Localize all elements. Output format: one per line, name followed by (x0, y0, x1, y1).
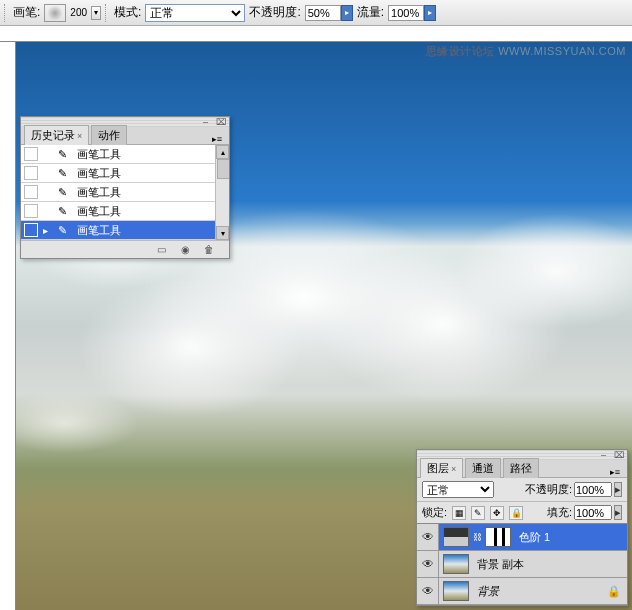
history-item[interactable]: ▸ ✎ 画笔工具 (21, 221, 229, 240)
scroll-up-icon[interactable]: ▴ (216, 145, 229, 159)
history-panel: – ⌧ 历史记录× 动作 ▸≡ ✎ 画笔工具 ✎ 画笔工具 (20, 116, 230, 259)
brush-icon: ✎ (58, 148, 72, 161)
layer-row[interactable]: 👁 ⛓ 色阶 1 (417, 524, 627, 551)
panel-menu-icon[interactable]: ▸≡ (606, 467, 624, 477)
brush-picker-dropdown[interactable]: ▾ (91, 6, 101, 20)
history-snapshot-box[interactable] (24, 147, 38, 161)
history-item[interactable]: ✎ 画笔工具 (21, 202, 229, 221)
layer-name[interactable]: 背景 (473, 584, 499, 599)
opacity-stepper[interactable]: ▸ (614, 482, 622, 497)
link-icon[interactable]: ⛓ (472, 532, 482, 542)
new-document-icon[interactable]: ▭ (153, 243, 169, 257)
ruler-horizontal (0, 26, 632, 42)
layer-lock-row: 锁定: ▦ ✎ ✥ 🔒 填充: ▸ (417, 502, 627, 524)
history-footer: ▭ ◉ 🗑 (21, 240, 229, 258)
history-snapshot-box[interactable] (24, 204, 38, 218)
tab-history[interactable]: 历史记录× (24, 125, 89, 145)
history-item[interactable]: ✎ 画笔工具 (21, 145, 229, 164)
scrollbar[interactable]: ▴ ▾ (215, 145, 229, 240)
close-icon[interactable]: ⌧ (216, 117, 226, 127)
ruler-vertical (0, 42, 16, 610)
layers-panel: – ⌧ 图层× 通道 路径 ▸≡ 正常 不透明度: ▸ 锁定: ▦ ✎ ✥ 🔒 … (416, 449, 628, 606)
snapshot-icon[interactable]: ◉ (177, 243, 193, 257)
history-current-marker: ▸ (43, 225, 53, 236)
layer-opacity-label: 不透明度: (525, 482, 572, 497)
brush-icon: ✎ (58, 205, 72, 218)
opacity-label: 不透明度: (249, 4, 300, 21)
visibility-toggle-icon[interactable]: 👁 (417, 551, 439, 577)
fill-label: 填充: (547, 505, 572, 520)
scroll-down-icon[interactable]: ▾ (216, 226, 229, 240)
minimize-icon[interactable]: – (203, 117, 208, 127)
tab-paths[interactable]: 路径 (503, 458, 539, 478)
tab-actions[interactable]: 动作 (91, 125, 127, 145)
separator (105, 4, 110, 22)
layer-row[interactable]: 👁 背景 🔒 (417, 578, 627, 605)
layer-opacity-input[interactable] (574, 482, 612, 497)
lock-all-icon[interactable]: 🔒 (509, 506, 523, 520)
layer-options-row: 正常 不透明度: ▸ (417, 478, 627, 502)
adjustment-thumb[interactable] (443, 527, 469, 547)
history-snapshot-box[interactable] (24, 223, 38, 237)
brush-preview[interactable] (44, 4, 66, 22)
brush-size-value: 200 (70, 7, 87, 18)
history-snapshot-box[interactable] (24, 185, 38, 199)
opacity-input[interactable] (305, 5, 341, 21)
layers-list: 👁 ⛓ 色阶 1 👁 背景 副本 👁 背景 🔒 (417, 524, 627, 605)
history-item[interactable]: ✎ 画笔工具 (21, 164, 229, 183)
options-bar: 画笔: 200 ▾ 模式: 正常 不透明度: ▸ 流量: ▸ (0, 0, 632, 26)
flow-label: 流量: (357, 4, 384, 21)
opacity-stepper[interactable]: ▸ (341, 5, 353, 21)
lock-label: 锁定: (422, 505, 447, 520)
lock-transparency-icon[interactable]: ▦ (452, 506, 466, 520)
brush-icon: ✎ (58, 167, 72, 180)
layer-thumb[interactable] (443, 581, 469, 601)
lock-icon: 🔒 (607, 585, 627, 598)
brush-icon: ✎ (58, 224, 72, 237)
lock-position-icon[interactable]: ✥ (490, 506, 504, 520)
layer-row[interactable]: 👁 背景 副本 (417, 551, 627, 578)
layer-name[interactable]: 背景 副本 (473, 557, 524, 572)
fill-input[interactable] (574, 505, 612, 520)
brush-label: 画笔: (13, 4, 40, 21)
flow-stepper[interactable]: ▸ (424, 5, 436, 21)
history-snapshot-box[interactable] (24, 166, 38, 180)
visibility-toggle-icon[interactable]: 👁 (417, 578, 439, 604)
fill-stepper[interactable]: ▸ (614, 505, 622, 520)
mask-thumb[interactable] (485, 527, 511, 547)
watermark: 思缘设计论坛 WWW.MISSYUAN.COM (426, 44, 626, 59)
mode-label: 模式: (114, 4, 141, 21)
layer-blend-mode-select[interactable]: 正常 (422, 481, 494, 498)
visibility-toggle-icon[interactable]: 👁 (417, 524, 439, 550)
layer-thumb[interactable] (443, 554, 469, 574)
history-item[interactable]: ✎ 画笔工具 (21, 183, 229, 202)
layer-name[interactable]: 色阶 1 (515, 530, 550, 545)
history-list: ✎ 画笔工具 ✎ 画笔工具 ✎ 画笔工具 ✎ 画笔工具 (21, 145, 229, 240)
minimize-icon[interactable]: – (601, 450, 606, 460)
close-icon[interactable]: ⌧ (614, 450, 624, 460)
workspace: 思缘设计论坛 WWW.MISSYUAN.COM – ⌧ 历史记录× 动作 ▸≡ … (0, 42, 632, 610)
brush-icon: ✎ (58, 186, 72, 199)
blend-mode-select[interactable]: 正常 (145, 4, 245, 22)
history-tabs: 历史记录× 动作 ▸≡ (21, 127, 229, 145)
panel-menu-icon[interactable]: ▸≡ (208, 134, 226, 144)
layers-tabs: 图层× 通道 路径 ▸≡ (417, 460, 627, 478)
trash-icon[interactable]: 🗑 (201, 243, 217, 257)
lock-pixels-icon[interactable]: ✎ (471, 506, 485, 520)
grip (4, 4, 9, 22)
tab-channels[interactable]: 通道 (465, 458, 501, 478)
scroll-thumb[interactable] (217, 159, 229, 179)
flow-input[interactable] (388, 5, 424, 21)
tab-layers[interactable]: 图层× (420, 458, 463, 478)
